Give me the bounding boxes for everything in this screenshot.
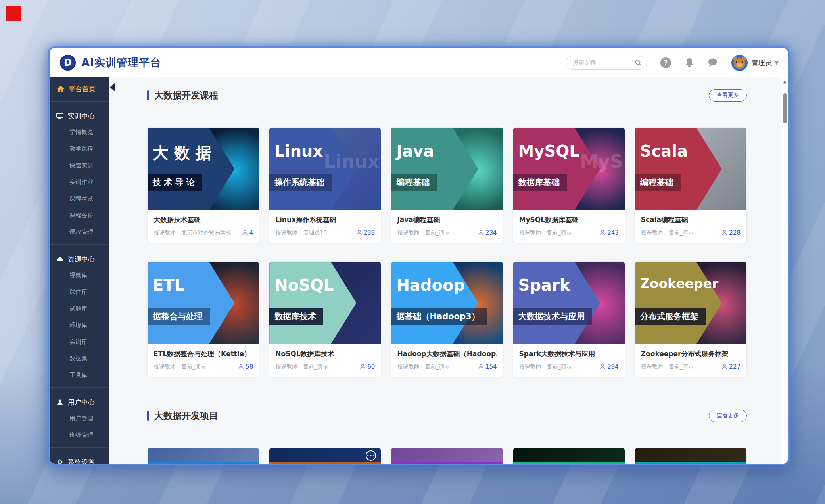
monitor-icon — [56, 113, 64, 119]
course-title: Linux操作系统基础 — [275, 215, 375, 224]
sidebar-item-resource-center[interactable]: 资源中心 — [50, 251, 109, 267]
student-count: 228 — [729, 229, 741, 236]
view-more-projects-button[interactable]: 查看更多 — [709, 410, 747, 422]
course-title: Java编程基础 — [397, 215, 497, 224]
student-count: 234 — [485, 229, 497, 236]
app-window: D AI实训管理平台 ? — [48, 46, 790, 465]
header-actions: ? 管理员 ▼ — [566, 55, 779, 71]
sidebar-collapse-arrow[interactable] — [110, 83, 115, 92]
course-card[interactable]: Java 编程基础 Java编程基础 授课教师：售前_演示 234 — [391, 127, 503, 243]
course-teacher: 授课教师：售前_演示 — [519, 363, 572, 370]
course-teacher: 授课教师：售前_演示 — [397, 229, 450, 236]
course-title: MySQL数据库基础 — [519, 215, 619, 224]
sidebar-item-training-center[interactable]: 实训中心 — [50, 108, 109, 124]
section-projects-header: 大数据开发项目 查看更多 — [147, 408, 747, 423]
course-card[interactable]: Hadoop 据基础（Hadoop3） Hadoop大数据基础（Hadoop3）… — [391, 261, 503, 377]
course-card[interactable]: NoSQL 数据库技术 NoSQL数据库技术 授课教师：售前_演示 60 — [269, 261, 381, 377]
sidebar-item-system-settings[interactable]: ⚙ 系统设置 — [50, 454, 109, 465]
cover-subtitle: 分布式服务框架 — [635, 308, 706, 325]
sidebar-item-home[interactable]: 平台首页 — [50, 78, 109, 100]
person-count-icon — [600, 230, 605, 236]
view-more-courses-button[interactable]: 查看更多 — [709, 89, 747, 102]
sidebar-item-user-center[interactable]: 用户中心 — [50, 394, 109, 410]
sidebar-item-training-library[interactable]: 实训库 — [50, 333, 109, 350]
cover-title: Scala — [640, 142, 688, 160]
sidebar-item-course-backup[interactable]: 课程备份 — [50, 207, 109, 224]
cover-title: Spark — [518, 276, 570, 294]
sidebar-item-course-management[interactable]: 课程管理 — [50, 224, 109, 240]
project-card[interactable]: 大数据开发案例 — [391, 448, 503, 465]
scroll-up-arrow-icon[interactable]: ▲ — [781, 79, 788, 84]
recording-marker — [6, 6, 21, 21]
course-card[interactable]: ETL 据整合与处理 ETL数据整合与处理（Kettle） 授课教师：售前_演示… — [147, 261, 259, 377]
person-count-icon — [478, 364, 483, 370]
sidebar-item-courseware-library[interactable]: 课件库 — [50, 284, 109, 300]
person-count-icon — [722, 364, 727, 370]
course-teacher: 授课教师：售前_演示 — [153, 363, 206, 370]
search-box[interactable] — [566, 56, 647, 70]
course-card[interactable]: 大 数 据 技 术 导 论 大数据技术基础 授课教师：北京市对外贸易学校教...… — [147, 127, 259, 243]
sidebar-group-label: 资源中心 — [68, 255, 95, 264]
course-card[interactable]: MySQL 数据库基础 MyS MySQL数据库基础 授课教师：售前_演示 24… — [513, 127, 625, 243]
course-teacher: 授课教师：售前_演示 — [519, 229, 572, 236]
cover-title: Hadoop — [396, 276, 465, 294]
title-accent-bar — [147, 411, 149, 421]
user-icon — [56, 399, 64, 405]
project-grid: 大数据开发案例 ••• 大数据开发案例 大数据开发案例 大数据开 — [147, 448, 747, 465]
course-card[interactable]: Zookeeper 分布式服务框架 Zookeeper分布式服务框架 授课教师：… — [635, 261, 747, 377]
user-avatar[interactable] — [731, 55, 748, 71]
course-teacher: 授课教师：管理员10 — [275, 229, 327, 236]
search-icon[interactable] — [635, 59, 642, 66]
course-cover: 大 数 据 技 术 导 论 — [148, 128, 259, 210]
course-title: ETL数据整合与处理（Kettle） — [153, 349, 253, 358]
sidebar-item-learning-overview[interactable]: 学情概览 — [50, 124, 109, 140]
project-card[interactable]: 大数据开发案例 — [635, 448, 747, 465]
course-card[interactable]: Spark 大数据技术与应用 Spark大数据技术与应用 授课教师：售前_演示 … — [513, 261, 625, 377]
search-input[interactable] — [572, 59, 635, 66]
person-count-icon — [722, 230, 727, 236]
app-title: AI实训管理平台 — [81, 56, 161, 70]
more-dots-icon: ••• — [366, 450, 376, 461]
sidebar-item-class-management[interactable]: 班级管理 — [50, 427, 109, 443]
sidebar-item-user-management[interactable]: 用户管理 — [50, 410, 109, 427]
project-card[interactable]: 大数据开发案例 — [513, 448, 625, 465]
notification-bell-icon[interactable] — [685, 57, 694, 68]
sidebar-item-course-exams[interactable]: 课程考试 — [50, 190, 109, 207]
project-banner: 大数据开发案例 — [635, 462, 746, 465]
sidebar-item-training-homework[interactable]: 实训作业 — [50, 174, 109, 190]
person-count-icon — [360, 364, 365, 370]
sidebar-item-quick-training[interactable]: 快速实训 — [50, 157, 109, 174]
user-name[interactable]: 管理员 — [752, 58, 772, 67]
person-count-icon — [600, 364, 605, 370]
course-card[interactable]: Linux 操作系统基础 Linux Linux操作系统基础 授课教师：管理员1… — [269, 127, 381, 243]
chevron-down-icon[interactable]: ▼ — [775, 60, 779, 66]
person-count-icon — [238, 364, 244, 370]
main-content: 大数据开发课程 查看更多 大 数 据 技 术 导 论 大数据技术基础 — [109, 77, 781, 465]
course-cover: Hadoop 据基础（Hadoop3） — [391, 262, 503, 344]
sidebar-item-environment-library[interactable]: 环境库 — [50, 317, 109, 333]
help-icon[interactable]: ? — [660, 57, 671, 68]
sidebar-item-tool-library[interactable]: 工具库 — [50, 367, 109, 383]
vertical-scrollbar[interactable]: ▲ — [781, 77, 788, 465]
cover-subtitle: 技 术 导 论 — [148, 174, 202, 191]
cover-subtitle: 编程基础 — [391, 174, 437, 191]
project-card[interactable]: 大数据开发案例 — [147, 448, 259, 465]
sidebar-item-video-library[interactable]: 视频库 — [50, 267, 109, 284]
sidebar-item-datasets[interactable]: 数据集 — [50, 350, 109, 367]
cover-title: NoSQL — [274, 276, 334, 294]
sidebar-group-resources: 资源中心 视频库 课件库 试题库 环境库 实训库 数据集 工具库 — [50, 244, 109, 387]
sidebar-item-teaching-courses[interactable]: 教学课程 — [50, 140, 109, 157]
course-card[interactable]: Scala 编程基础 Scala编程基础 授课教师：售前_演示 228 — [635, 127, 747, 243]
cover-subtitle: 据基础（Hadoop3） — [391, 308, 487, 325]
student-count: 154 — [485, 363, 497, 370]
scrollbar-thumb[interactable] — [783, 93, 787, 123]
section-title: 大数据开发项目 — [147, 410, 218, 422]
cover-subtitle: 操作系统基础 — [269, 174, 332, 191]
course-teacher: 授课教师：售前_演示 — [397, 363, 450, 370]
student-count: 60 — [367, 363, 375, 370]
course-title: Scala编程基础 — [641, 215, 741, 224]
sidebar-item-question-bank[interactable]: 试题库 — [50, 300, 109, 317]
message-bubble-icon[interactable] — [708, 58, 718, 67]
person-count-icon — [242, 230, 248, 236]
project-card[interactable]: ••• 大数据开发案例 — [269, 448, 381, 465]
